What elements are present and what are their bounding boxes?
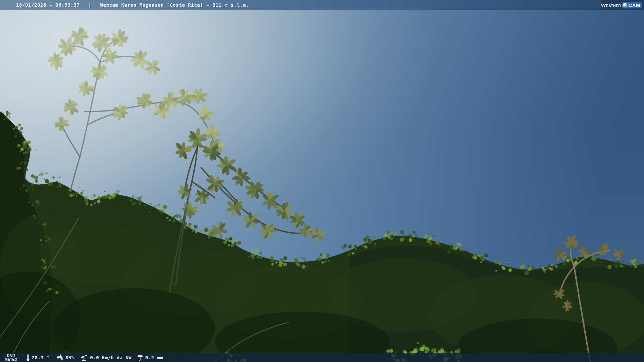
- wind-anemometer-icon: [79, 354, 88, 361]
- humidity-value: 85%: [65, 355, 74, 360]
- wind-reading: 0.0 Km/h da NW: [79, 354, 131, 361]
- camera-lens-icon: [623, 3, 627, 7]
- rain-value: 0.2 mm: [145, 355, 163, 360]
- separator-bar: |: [89, 2, 92, 8]
- logo-badge: CAM: [622, 2, 642, 8]
- humidity-reading: 85%: [56, 354, 74, 361]
- temperature-reading: 28.3 °: [26, 354, 50, 361]
- top-info-bar: 18/01/2026 - 08:59:37 | Webcam Karen Mog…: [0, 0, 644, 10]
- logo-weather-text: WEATHER: [601, 2, 621, 8]
- camera-title: Webcam Karen Mogensen [Costa Rica]: [100, 2, 203, 8]
- weather-data-bar: DATI METEO 28.3 ° 85%: [0, 353, 644, 362]
- rain-umbrella-icon: [137, 354, 143, 361]
- thermometer-icon: [26, 354, 30, 361]
- webcam-frame: 18/01/2026 - 08:59:37 | Webcam Karen Mog…: [0, 0, 644, 362]
- datetime-text: 18/01/2026 - 08:59:37: [16, 2, 80, 8]
- webcam-photo: [0, 0, 644, 362]
- rain-reading: 0.2 mm: [137, 354, 163, 361]
- logo-cam-text: CAM: [628, 2, 640, 8]
- temperature-value: 28.3 °: [32, 355, 50, 360]
- altitude-text: - 311 m s.l.m.: [207, 2, 249, 8]
- dati-meteo-label: DATI METEO: [0, 354, 22, 361]
- weathercam-logo: WEATHER CAM: [601, 0, 644, 10]
- wind-value: 0.0 Km/h da NW: [90, 355, 131, 360]
- humidity-drops-icon: [56, 354, 63, 361]
